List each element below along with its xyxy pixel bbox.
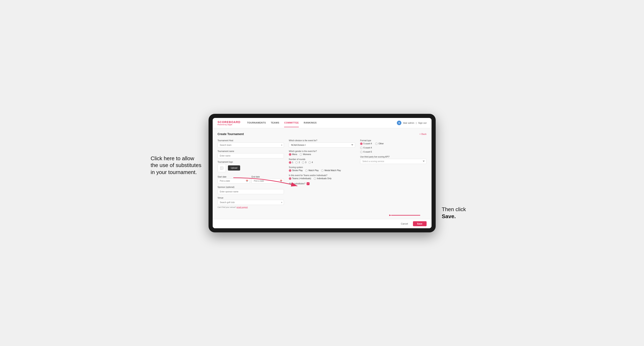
format-6count4-radio[interactable] xyxy=(360,147,362,149)
tournament-logo-group: Tournament logo Upload xyxy=(218,161,284,172)
rounds-label: Number of rounds xyxy=(289,158,355,161)
rounds-2-radio[interactable] xyxy=(295,161,298,164)
scoring-system-group: Scoring system Stroke Play Match Play xyxy=(289,166,355,172)
rounds-3-radio[interactable] xyxy=(302,161,304,164)
search-icon: ▾ xyxy=(281,144,282,146)
scoring-system-label: Scoring system xyxy=(289,166,355,169)
format-other-radio[interactable] xyxy=(375,143,378,145)
tournament-name-input[interactable] xyxy=(218,153,284,158)
format-6count5-radio[interactable] xyxy=(360,151,362,153)
logo-placeholder-icon xyxy=(218,164,226,172)
upload-button[interactable]: Upload xyxy=(228,165,240,171)
nav-links: TOURNAMENTS TEAMS COMMITTEE RANKINGS xyxy=(247,119,397,127)
page-title: Create Tournament xyxy=(218,132,244,136)
logo-area: SCOREBOARD Powered by clippd xyxy=(218,120,240,126)
allow-substitutes-label: Allow substitutes? xyxy=(289,182,306,185)
tablet-frame: SCOREBOARD Powered by clippd TOURNAMENTS… xyxy=(208,114,436,232)
page-header: Create Tournament < Back xyxy=(218,132,426,136)
form-col-middle: Which division is the event for? NCAA Di… xyxy=(289,139,355,208)
allow-substitutes-checkbox[interactable] xyxy=(306,182,310,185)
sponsor-group: Sponsor (optional) xyxy=(218,186,284,194)
end-date-input[interactable] xyxy=(252,178,284,183)
division-select[interactable]: NCAA Division I xyxy=(289,143,355,148)
event-for-radio-group: Teams (+Individuals) Individuals Only xyxy=(289,177,355,180)
logo-scoreboard: SCOREBOARD xyxy=(218,120,240,124)
scoring-medal-match[interactable]: Medal Match Play xyxy=(321,169,341,172)
scoring-stroke-radio[interactable] xyxy=(289,169,291,172)
allow-substitutes-group: Allow substitutes? xyxy=(289,182,355,185)
nav-teams[interactable]: TEAMS xyxy=(271,119,279,127)
scoring-api-select[interactable]: Select a scoring service xyxy=(360,159,426,164)
rounds-4[interactable]: 4 xyxy=(308,161,313,164)
gender-mens[interactable]: Mens xyxy=(289,153,297,156)
nav-committee[interactable]: COMMITTEE xyxy=(284,119,299,127)
scoring-api-label: Use third-party live scoring API? xyxy=(360,156,426,158)
event-teams-radio[interactable] xyxy=(289,177,291,180)
event-individuals-radio[interactable] xyxy=(314,177,316,180)
cancel-button[interactable]: Cancel xyxy=(398,221,411,226)
venue-group: Venue ▾ Can't find your venue? email sup… xyxy=(218,197,284,208)
scoring-match-radio[interactable] xyxy=(305,169,308,172)
end-date-label: End date xyxy=(252,176,260,178)
allow-substitutes-checkbox-group: Allow substitutes? xyxy=(289,182,355,185)
event-individuals[interactable]: Individuals Only xyxy=(314,177,332,180)
save-button[interactable]: Save xyxy=(413,221,426,226)
nav-user: B blair admin | Sign out xyxy=(397,121,426,125)
gender-womens-radio[interactable] xyxy=(300,153,302,156)
nav-tournaments[interactable]: TOURNAMENTS xyxy=(247,119,266,127)
rounds-radio-group: 1 2 3 xyxy=(289,161,355,164)
gender-mens-radio[interactable] xyxy=(289,153,291,156)
format-6count4[interactable]: 6 count 4 xyxy=(360,147,426,149)
start-date-label: Start date xyxy=(218,176,226,178)
division-group: Which division is the event for? NCAA Di… xyxy=(289,139,355,148)
event-teams[interactable]: Teams (+Individuals) xyxy=(289,177,311,180)
scoring-api-group: Use third-party live scoring API? Select… xyxy=(360,156,426,164)
format-type-label: Format type xyxy=(360,139,426,142)
date-group: Start date 📅 End date xyxy=(218,175,284,183)
sponsor-input[interactable] xyxy=(218,189,284,194)
page-content: Create Tournament < Back Tournament Host… xyxy=(213,128,432,219)
form-grid: Tournament Host ▾ Tournament name Tourna xyxy=(218,139,426,208)
format-5count4[interactable]: 5 count 4 xyxy=(360,143,372,145)
rounds-2[interactable]: 2 xyxy=(295,161,300,164)
venue-label: Venue xyxy=(218,197,284,199)
user-name: blair admin xyxy=(403,122,414,124)
start-date-wrapper: 📅 xyxy=(218,178,250,183)
tournament-name-label: Tournament name xyxy=(218,150,284,152)
end-date-wrapper: 📅 xyxy=(252,178,284,183)
format-6count5[interactable]: 6 count 5 xyxy=(360,151,426,153)
nav-rankings[interactable]: RANKINGS xyxy=(304,119,317,127)
email-support-link[interactable]: email support xyxy=(236,206,248,208)
form-col-left: Tournament Host ▾ Tournament name Tourna xyxy=(218,139,284,208)
annotation-left: Click here to allow the use of substitut… xyxy=(151,155,202,176)
scoring-stroke[interactable]: Stroke Play xyxy=(289,169,303,172)
rounds-1-radio[interactable] xyxy=(289,161,291,164)
scoring-match[interactable]: Match Play xyxy=(305,169,318,172)
gender-group: Which gender is the event for? Mens Wome… xyxy=(289,150,355,156)
back-link[interactable]: < Back xyxy=(420,133,426,135)
sign-out-link[interactable]: Sign out xyxy=(418,122,426,124)
calendar-icon-end: 📅 xyxy=(280,180,282,182)
svg-point-4 xyxy=(221,167,221,168)
format-other[interactable]: Other xyxy=(375,143,384,145)
tournament-host-input[interactable] xyxy=(218,143,284,148)
start-date-input[interactable] xyxy=(218,178,250,183)
venue-help: Can't find your venue? email support xyxy=(218,206,284,208)
logo-powered: Powered by clippd xyxy=(218,124,240,126)
rounds-1[interactable]: 1 xyxy=(289,161,294,164)
format-5count4-radio[interactable] xyxy=(360,143,362,145)
venue-input[interactable] xyxy=(218,200,284,205)
event-for-group: Is this event for Teams and/or Individua… xyxy=(289,174,355,180)
event-for-label: Is this event for Teams and/or Individua… xyxy=(289,174,355,176)
scoring-medal-radio[interactable] xyxy=(321,169,324,172)
calendar-icon: 📅 xyxy=(246,180,248,182)
avatar: B xyxy=(397,121,402,125)
format-type-group: Format type 5 count 4 Other xyxy=(360,139,426,153)
gender-womens[interactable]: Womens xyxy=(300,153,311,156)
rounds-3[interactable]: 3 xyxy=(302,161,306,164)
gender-radio-group: Mens Womens xyxy=(289,153,355,156)
format-options: 5 count 4 Other 6 count 4 xyxy=(360,143,426,153)
division-label: Which division is the event for? xyxy=(289,139,355,142)
nav-separator: | xyxy=(416,122,416,124)
rounds-4-radio[interactable] xyxy=(308,161,311,164)
